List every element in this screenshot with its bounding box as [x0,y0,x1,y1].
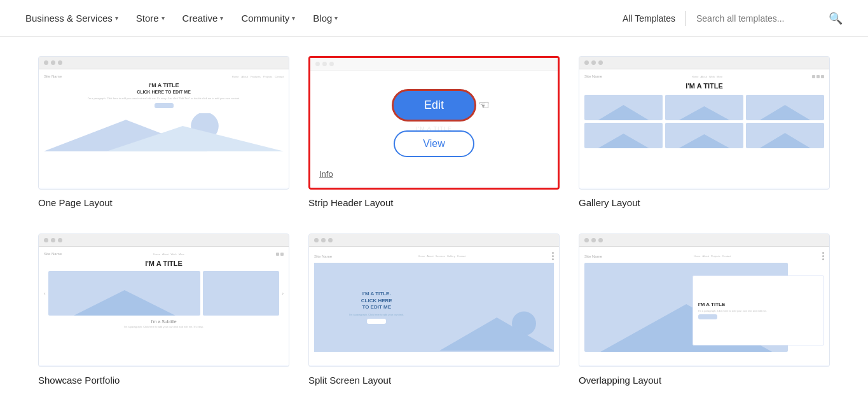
chevron-down-icon: ▾ [115,15,118,22]
browser-dot [591,60,596,65]
browser-dot [321,238,326,242]
gallery-item [584,123,663,148]
mock-nav-link: About [702,254,708,258]
split-cta-button [367,319,386,324]
browser-dot [598,238,603,242]
mock-nav-link: Features [251,75,261,78]
mock-para: I'm a paragraph. Click here to add your … [44,97,284,101]
nav-label-community: Community [241,13,289,24]
template-card-gallery[interactable]: Site Name Home About Work More [579,56,830,208]
showcase-carousel: ‹ › [44,271,284,316]
mountain-svg [665,102,743,120]
nav-item-business[interactable]: Business & Services ▾ [25,13,118,24]
social-icon [816,75,820,78]
search-icon[interactable]: 🔍 [829,11,843,25]
browser-dot [44,238,48,242]
mountain-svg [584,130,663,148]
mock-nav-link: Contact [275,75,284,78]
mock-site-name: Site Name [44,252,62,256]
mock-subtitle: CLICK HERE TO EDIT ME [44,90,284,94]
mock-nav-link: Contact [457,254,466,258]
mock-nav-links: Home About Services Gallery Contact [418,254,466,258]
mock-nav-link: About [427,254,433,258]
mock-nav-link: About [700,75,706,78]
template-card-overlapping[interactable]: Site Name Home About Projects Contact [579,233,830,386]
browser-dot [51,60,55,65]
all-templates-link[interactable]: All Templates [623,13,675,24]
showcase-para: I'm a paragraph. Click here to add your … [44,325,284,329]
dot-icon [552,258,554,260]
browser-dot [314,238,319,242]
view-button[interactable]: View [394,130,474,157]
mock-nav-link: Work [170,253,176,256]
nav-item-community[interactable]: Community ▾ [241,13,295,24]
nav-item-store[interactable]: Store ▾ [136,13,165,24]
browser-bar [39,57,289,69]
browser-dot [328,238,333,242]
gallery-item [665,95,743,120]
nav-label-blog: Blog [313,13,332,24]
carousel-small-image [203,271,279,316]
mock-site-name: Site Name [44,74,62,78]
card-overlay: Edit View Info [310,58,558,188]
mock-big-title: I'M A TITLE [44,260,284,267]
mock-nav-links: Home About Work More [153,253,184,256]
browser-dot [598,60,603,65]
browser-dot [584,238,589,242]
template-card-split-screen[interactable]: Site Name Home About Services Gallery Co… [308,233,560,386]
mock-nav-link: Gallery [447,254,455,258]
overlap-title: I'M A TITLE [698,302,818,307]
mock-nav-link: Services [436,254,445,258]
template-card-label: One Page Layout [38,197,289,208]
social-icon [812,75,815,78]
mock-nav-links: Home About Work More [692,75,723,78]
mock-site-name: Site Name [584,254,602,258]
edit-button[interactable]: Edit [392,89,476,122]
main-content: Site Name Home About Features Projects C… [0,37,868,405]
dot-icon [552,255,554,257]
template-card-label: Gallery Layout [579,197,830,208]
mock-dots [552,252,554,260]
nav-items: Business & Services ▾ Store ▾ Creative ▾… [25,13,623,24]
template-preview-split-screen: Site Name Home About Services Gallery Co… [308,233,560,367]
dot-icon [552,252,554,254]
search-area: 🔍 [696,11,843,25]
svg-marker-6 [598,134,649,148]
template-card-label: Split Screen Layout [308,375,560,386]
mock-nav-links: Home About Projects Contact [694,254,731,258]
mock-nav-link: Projects [263,75,272,78]
mock-social [276,253,284,256]
browser-bar [39,234,289,247]
split-left-panel: I'M A TITLE.CLICK HERETO EDIT ME I'm a p… [314,263,439,352]
mock-nav-link: Home [418,254,425,258]
template-card-showcase[interactable]: Site Name Home About Work More I'M A TIT… [38,233,289,386]
nav-item-blog[interactable]: Blog ▾ [313,13,338,24]
overlap-white-card: I'M A TITLE I'm a paragraph. Click here … [692,275,824,345]
mock-site-name: Site Name [314,254,332,258]
social-icon [280,253,284,256]
mock-big-title: I'M A TITLE [584,82,824,90]
browser-dot [584,60,589,65]
mock-nav-link: Contact [722,254,731,258]
chevron-down-icon: ▾ [162,15,165,22]
nav-item-creative[interactable]: Creative ▾ [183,13,224,24]
mountain-svg [746,130,824,148]
info-link[interactable]: Info [319,169,333,179]
browser-dot [58,60,62,65]
split-title: I'M A TITLE.CLICK HERETO EDIT ME [361,291,392,310]
search-input[interactable] [696,13,823,24]
gallery-item [665,123,743,148]
split-right-panel [439,263,555,352]
template-card-one-page[interactable]: Site Name Home About Features Projects C… [38,56,289,208]
mock-dots [822,252,824,260]
template-preview-strip-header: I'M A TITLE Edit View Info [308,56,560,190]
mountain-svg [439,307,555,352]
social-icon [276,253,279,256]
mock-social [812,75,824,78]
mock-nav: Site Name Home About Work More [584,74,824,78]
template-card-strip-header[interactable]: I'M A TITLE Edit View Info Strip Header … [308,56,560,208]
mock-nav-link: Home [153,253,160,256]
mock-nav-link: More [179,253,184,256]
svg-marker-11 [439,317,555,351]
overlap-cta-button [698,314,717,319]
